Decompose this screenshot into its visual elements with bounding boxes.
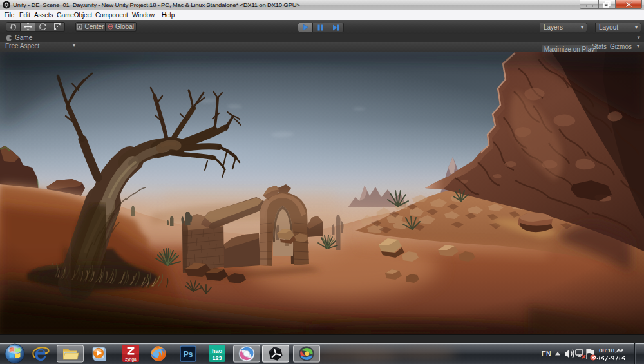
svg-text:hao: hao bbox=[212, 348, 223, 354]
svg-text:EN: EN bbox=[542, 350, 551, 358]
svg-text:Ps: Ps bbox=[184, 350, 193, 359]
svg-text:zynga: zynga bbox=[125, 357, 137, 362]
svg-text:08:18: 08:18 bbox=[599, 347, 614, 354]
svg-text:123: 123 bbox=[212, 355, 222, 361]
